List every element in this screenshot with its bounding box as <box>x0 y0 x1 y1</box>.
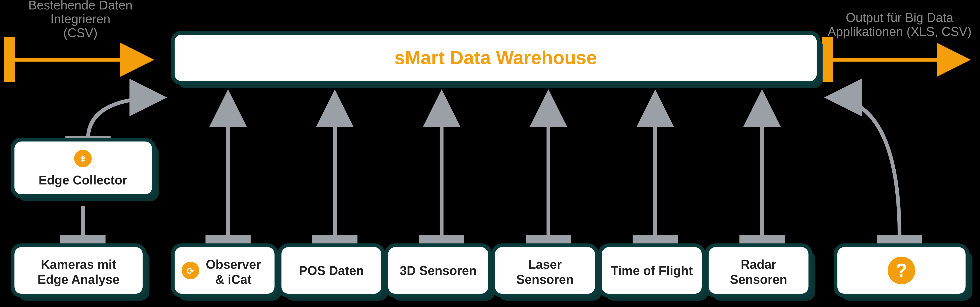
edge-collector-label: Edge Collector <box>39 173 127 187</box>
source-box-tof: Time of Flight <box>600 245 709 301</box>
source-label: Kameras mit <box>41 257 116 271</box>
source-arrows <box>228 93 762 239</box>
edge-collector-box: ⇞ Edge Collector <box>13 139 159 201</box>
source-label-2: Sensoren <box>516 272 574 286</box>
output-annotation: Output für Big Data Applikationen (XLS, … <box>828 11 972 38</box>
edge-collector-to-warehouse-arrow <box>88 98 164 139</box>
svg-text:(CSV): (CSV) <box>64 26 97 40</box>
svg-text:Integrieren: Integrieren <box>51 12 111 26</box>
svg-rect-10 <box>13 139 154 196</box>
source-label: Radar <box>741 257 776 271</box>
source-box-observer: ⟳Observer& iCat <box>173 245 282 301</box>
warehouse-title: sMart Data Warehouse <box>395 47 597 68</box>
svg-text:Bestehende Daten: Bestehende Daten <box>29 0 132 12</box>
svg-text:⟳: ⟳ <box>186 266 194 276</box>
source-label-2: & iCat <box>215 272 251 286</box>
source-box-pos: POS Daten <box>280 245 388 301</box>
svg-text:?: ? <box>896 260 907 281</box>
source-label: POS Daten <box>299 264 364 278</box>
source-box-radar: RadarSensoren <box>706 245 815 301</box>
svg-text:Applikationen (XLS, CSV): Applikationen (XLS, CSV) <box>828 24 972 38</box>
svg-text:⇞: ⇞ <box>79 154 86 164</box>
source-box-kameras: Kameras mitEdge Analyse <box>13 245 150 301</box>
source-label: Observer <box>206 257 261 271</box>
unknown-to-warehouse-arrow <box>828 98 900 239</box>
input-annotation: Bestehende Daten Integrieren (CSV) <box>29 0 132 40</box>
source-box-unknown: ? <box>835 245 972 301</box>
source-label: Time of Flight <box>611 264 693 278</box>
source-label-2: Edge Analyse <box>38 272 119 286</box>
warehouse-box: sMart Data Warehouse <box>173 33 823 88</box>
source-label: 3D Sensoren <box>400 264 477 278</box>
source-label-2: Sensoren <box>730 272 787 286</box>
svg-text:Output für Big Data: Output für Big Data <box>846 11 953 24</box>
source-label: Laser <box>528 257 562 271</box>
source-box-3d: 3D Sensoren <box>386 245 495 301</box>
source-box-laser: LaserSensoren <box>493 245 602 301</box>
